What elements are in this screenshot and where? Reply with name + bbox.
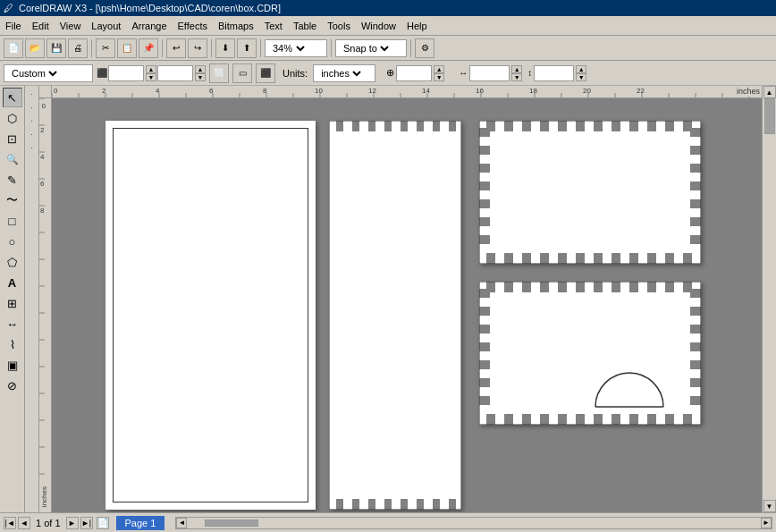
x-input[interactable]: 0.25 [469,65,510,81]
page-layout-button[interactable]: ⬛ [256,63,275,83]
last-page-button[interactable]: ►| [80,517,93,529]
svg-text:4: 4 [40,153,45,161]
nudge-icon: ⊕ [386,67,394,79]
nudge-down[interactable]: ▼ [434,73,444,81]
menu-layout[interactable]: Layout [86,19,126,33]
svg-rect-75 [352,499,359,510]
menu-window[interactable]: Window [356,19,401,33]
menu-table[interactable]: Table [288,19,322,33]
scrollbar-thumb-h[interactable] [205,519,258,527]
sub-tool-2[interactable]: · [26,101,38,114]
menu-bitmaps[interactable]: Bitmaps [213,19,259,33]
import-button[interactable]: ⬇ [215,38,235,58]
redo-button[interactable]: ↪ [188,38,207,58]
cut-button[interactable]: ✂ [96,38,115,58]
page-tab[interactable]: Page 1 [116,516,165,530]
menu-text[interactable]: Text [259,19,288,33]
canvas-scroll[interactable] [52,98,762,512]
width-up[interactable]: ▲ [146,65,156,73]
snap-to-dropdown[interactable]: Snap to [335,39,407,57]
add-page-button[interactable]: 📄 [97,517,109,529]
width-spin: ▲ ▼ [146,65,156,81]
rectangle-tool[interactable]: □ [3,211,22,231]
snap-to-select[interactable]: Snap to [340,42,392,55]
inches-label-vertical: inches [39,485,49,509]
portrait-button[interactable]: ⬜ [209,63,229,83]
print-button[interactable]: 🖨 [68,38,88,58]
zoom-tool[interactable]: 🔍 [3,149,22,169]
next-page-button[interactable]: ► [66,517,79,529]
svg-rect-110 [479,164,490,173]
eyedropper-tool[interactable]: ⊘ [3,376,22,395]
menu-edit[interactable]: Edit [27,19,55,33]
smart-draw-tool[interactable]: 〜 [3,190,22,210]
first-page-button[interactable]: |◄ [4,517,16,529]
horizontal-scrollbar[interactable]: ◄ ► [175,517,772,529]
scroll-left-button[interactable]: ◄ [176,518,187,528]
undo-button[interactable]: ↩ [166,38,186,58]
sub-tool-1[interactable]: · [26,88,38,100]
y-input[interactable]: 0.25 [534,65,574,81]
paste-button[interactable]: 📌 [139,38,158,58]
nudge-input[interactable]: 0.01 [396,65,432,81]
dimension-tool[interactable]: ↔ [3,314,22,334]
menu-arrange[interactable]: Arrange [126,19,172,33]
connector-tool[interactable]: ⌇ [3,334,22,354]
select-tool[interactable]: ↖ [3,88,22,107]
svg-rect-117 [690,164,701,173]
sub-tool-3[interactable]: · [26,114,38,127]
y-label: ↕ [527,68,532,78]
scroll-right-button[interactable]: ► [761,518,772,528]
save-button[interactable]: 💾 [46,38,66,58]
scrollbar-thumb-v[interactable] [764,98,775,134]
nudge-area: ⊕ 0.01 ▲ ▼ [386,65,444,81]
preset-select[interactable]: Custom [8,67,60,80]
height-down[interactable]: ▼ [195,73,206,81]
vertical-scrollbar[interactable]: ▲ ▼ [762,86,776,512]
menu-help[interactable]: Help [401,19,433,33]
menu-view[interactable]: View [55,19,87,33]
export-button[interactable]: ⬆ [237,38,257,58]
zoom-dropdown[interactable]: 34% [265,39,327,57]
text-tool[interactable]: A [3,273,22,292]
svg-rect-85 [504,121,513,131]
menu-file[interactable]: File [0,19,27,33]
fill-tool[interactable]: ▣ [3,355,22,375]
shape-tool[interactable]: ⬡ [3,108,22,128]
sub-tool-4[interactable]: · [26,128,38,140]
nudge-up[interactable]: ▲ [434,65,444,73]
landscape-button[interactable]: ▭ [232,63,252,83]
panel-tr-svg [479,121,701,264]
height-input[interactable]: 16.0 [157,65,193,81]
prev-page-button[interactable]: ◄ [18,517,30,529]
preset-dropdown[interactable]: Custom [4,64,93,82]
scroll-up-button[interactable]: ▲ [763,86,776,98]
options-button[interactable]: ⚙ [415,38,434,58]
crop-tool[interactable]: ⊡ [3,129,22,148]
height-up[interactable]: ▲ [195,65,206,73]
svg-text:18: 18 [529,87,537,95]
table-tool[interactable]: ⊞ [3,293,22,313]
open-button[interactable]: 📂 [25,38,45,58]
units-select[interactable]: inches [317,67,364,80]
ellipse-tool[interactable]: ○ [3,232,22,251]
menu-tools[interactable]: Tools [322,19,356,33]
y-up[interactable]: ▲ [576,65,586,73]
zoom-select[interactable]: 34% [269,42,308,55]
y-down[interactable]: ▼ [576,73,586,81]
sub-tool-5[interactable]: · [26,141,38,154]
width-down[interactable]: ▼ [146,73,156,81]
svg-rect-77 [384,499,392,510]
ruler-h-svg: 0 2 4 6 8 10 12 14 16 18 20 22 [52,86,762,98]
freehand-tool[interactable]: ✎ [3,170,22,190]
menu-effects[interactable]: Effects [173,19,213,33]
x-down[interactable]: ▼ [511,73,522,81]
new-button[interactable]: 📄 [4,38,23,58]
units-dropdown[interactable]: inches [313,64,375,82]
y-spin: ▲ ▼ [576,65,586,81]
polygon-tool[interactable]: ⬠ [3,252,22,272]
width-input[interactable]: 24.0 [108,65,144,81]
scroll-down-button[interactable]: ▼ [763,500,776,512]
copy-button[interactable]: 📋 [117,38,137,58]
x-up[interactable]: ▲ [511,65,522,73]
